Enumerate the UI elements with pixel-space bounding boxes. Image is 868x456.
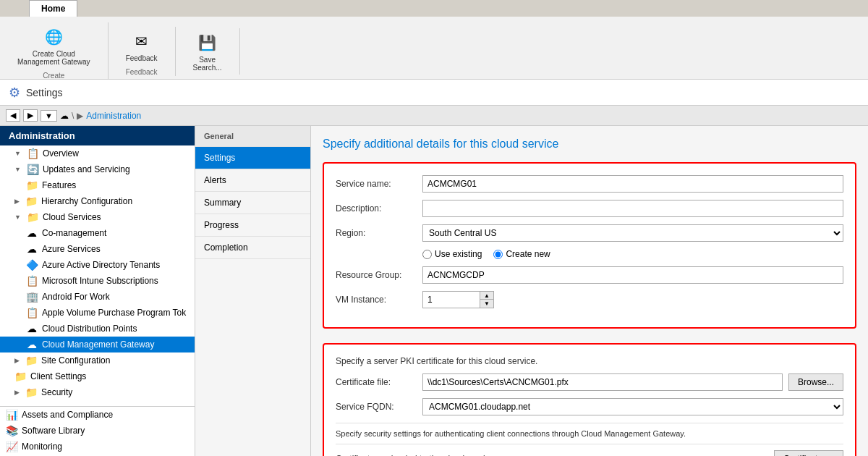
wizard-panel: General Settings Alerts Summary Progress… bbox=[195, 126, 868, 456]
sidebar-item-features[interactable]: 📁 Features bbox=[0, 177, 195, 193]
cloud-services-icon: 📁 bbox=[27, 211, 38, 223]
sidebar-item-azure-ad[interactable]: 🔷 Azure Active Directory Tenants bbox=[0, 257, 195, 273]
sidebar-header: Administration bbox=[0, 126, 195, 145]
save-search-label: SaveSearch... bbox=[193, 56, 222, 72]
create-cloud-mgmt-label: Create CloudManagement Gateway bbox=[17, 50, 90, 66]
sidebar-azure-ad-label: Azure Active Directory Tenants bbox=[42, 260, 160, 270]
wizard-step-settings[interactable]: Settings bbox=[195, 147, 310, 169]
sidebar-item-monitoring[interactable]: 📈 Monitoring bbox=[0, 439, 195, 455]
cloud-dist-icon: ☁ bbox=[26, 323, 38, 334]
cert-file-label: Certificate file: bbox=[336, 377, 422, 387]
software-icon: 📚 bbox=[6, 425, 17, 436]
spinner-up-button[interactable]: ▲ bbox=[480, 292, 493, 300]
sidebar-item-azure-services[interactable]: ☁ Azure Services bbox=[0, 241, 195, 257]
resource-group-options-row: Use existing Create new bbox=[422, 249, 843, 259]
sidebar-updates-label: Updates and Servicing bbox=[43, 164, 130, 174]
expand-updates-icon: ▼ bbox=[14, 166, 21, 173]
sidebar-item-intune[interactable]: 📋 Microsoft Intune Subscriptions bbox=[0, 273, 195, 289]
service-fqdn-select[interactable]: ACMCMG01.cloudapp.net bbox=[422, 398, 843, 415]
vm-instance-label: VM Instance: bbox=[336, 295, 422, 305]
settings-icon: ⚙ bbox=[9, 85, 20, 101]
use-existing-option[interactable]: Use existing bbox=[422, 249, 482, 259]
sidebar-azure-label: Azure Services bbox=[42, 244, 101, 254]
sidebar-item-assets[interactable]: 📊 Assets and Compliance bbox=[0, 407, 195, 423]
site-config-icon: 📁 bbox=[25, 355, 37, 366]
sidebar-client-settings-label: Client Settings bbox=[30, 371, 86, 381]
sidebar-features-label: Features bbox=[42, 180, 76, 190]
hierarchy-icon: 📁 bbox=[25, 195, 37, 207]
sidebar-cloud-gw-label: Cloud Management Gateway bbox=[42, 339, 154, 350]
sidebar-item-updates[interactable]: ▼ 🔄 Updates and Servicing bbox=[0, 161, 195, 177]
use-existing-label: Use existing bbox=[435, 249, 482, 259]
spinner-down-button[interactable]: ▼ bbox=[480, 300, 493, 308]
form-panel-certificate: Specify a server PKI certificate for thi… bbox=[323, 343, 856, 456]
feedback-button[interactable]: ✉ Feedback bbox=[120, 27, 163, 65]
sidebar-item-android[interactable]: 🏢 Android For Work bbox=[0, 289, 195, 305]
create-new-option[interactable]: Create new bbox=[493, 249, 550, 259]
nav-menu-button[interactable]: ▼ bbox=[41, 110, 57, 122]
sidebar-item-security[interactable]: ▶ 📁 Security bbox=[0, 384, 195, 400]
feedback-icon: ✉ bbox=[130, 30, 153, 53]
region-select[interactable]: South Central US East US West US bbox=[422, 224, 843, 242]
sidebar-item-cloud-mgmt-gateway[interactable]: ☁ Cloud Management Gateway bbox=[0, 337, 195, 352]
vm-instance-spinner: ▲ ▼ bbox=[422, 291, 494, 308]
vm-instance-input[interactable] bbox=[422, 291, 480, 308]
wizard-steps: General Settings Alerts Summary Progress… bbox=[195, 126, 311, 456]
main-layout: Administration ▼ 📋 Overview ▼ 🔄 Updates … bbox=[0, 126, 868, 456]
sidebar-item-co-management[interactable]: ☁ Co-management bbox=[0, 225, 195, 241]
nav-back-button[interactable]: ◀ bbox=[6, 109, 20, 122]
sidebar-item-apple[interactable]: 📋 Apple Volume Purchase Program Tok bbox=[0, 305, 195, 321]
resource-group-row: Resource Group: bbox=[336, 266, 843, 284]
service-name-label: Service name: bbox=[336, 179, 422, 189]
azure-ad-icon: 🔷 bbox=[26, 259, 38, 271]
cloud-gw-icon: ☁ bbox=[26, 339, 38, 350]
sidebar-apple-label: Apple Volume Purchase Program Tok bbox=[42, 308, 186, 318]
client-settings-icon: 📁 bbox=[14, 371, 26, 382]
nav-admin-label[interactable]: Administration bbox=[86, 111, 141, 121]
certificates-button[interactable]: Certificates... bbox=[774, 450, 843, 456]
resource-group-input[interactable] bbox=[422, 266, 843, 284]
resource-group-label: Resource Group: bbox=[336, 270, 422, 280]
co-mgmt-icon: ☁ bbox=[26, 227, 38, 239]
spinner-buttons: ▲ ▼ bbox=[480, 291, 494, 308]
nav-cloud-icon: ☁ bbox=[60, 111, 69, 121]
wizard-step-summary[interactable]: Summary bbox=[195, 192, 310, 214]
cert-file-input[interactable] bbox=[422, 373, 783, 391]
browse-button[interactable]: Browse... bbox=[788, 373, 843, 391]
sidebar-monitoring-label: Monitoring bbox=[22, 442, 62, 452]
expand-site-icon: ▶ bbox=[14, 357, 20, 364]
create-new-radio[interactable] bbox=[493, 250, 503, 259]
certs-row: Certificates uploaded to the cloud servi… bbox=[336, 444, 843, 456]
nav-sep1: \ bbox=[72, 111, 74, 121]
sidebar-item-software[interactable]: 📚 Software Library bbox=[0, 423, 195, 439]
create-cloud-mgmt-button[interactable]: 🌐 Create CloudManagement Gateway bbox=[12, 22, 96, 69]
description-input[interactable] bbox=[422, 200, 843, 217]
security-note: Specify security settings for authentica… bbox=[336, 423, 843, 438]
content-area: Specify additional details for this clou… bbox=[311, 126, 868, 456]
overview-icon: 📋 bbox=[27, 148, 38, 159]
android-icon: 🏢 bbox=[26, 291, 38, 303]
create-group-label: Create bbox=[43, 72, 64, 80]
wizard-step-progress[interactable]: Progress bbox=[195, 214, 310, 237]
nav-forward-button[interactable]: ▶ bbox=[23, 109, 38, 122]
expand-security-icon: ▶ bbox=[14, 389, 20, 396]
sidebar-item-hierarchy[interactable]: ▶ 📁 Hierarchy Configuration bbox=[0, 193, 195, 209]
cert-file-row: Certificate file: Browse... bbox=[336, 373, 843, 391]
azure-icon: ☁ bbox=[26, 243, 38, 255]
sidebar-intune-label: Microsoft Intune Subscriptions bbox=[42, 276, 158, 286]
sidebar-item-overview[interactable]: ▼ 📋 Overview bbox=[0, 145, 195, 161]
use-existing-radio[interactable] bbox=[422, 250, 432, 259]
service-name-input[interactable] bbox=[422, 175, 843, 193]
sidebar-item-cloud-dist[interactable]: ☁ Cloud Distribution Points bbox=[0, 321, 195, 337]
tab-home[interactable]: Home bbox=[29, 0, 77, 17]
sidebar-item-cloud-services[interactable]: ▼ 📁 Cloud Services bbox=[0, 209, 195, 225]
sidebar-item-site-config[interactable]: ▶ 📁 Site Configuration bbox=[0, 352, 195, 368]
assets-icon: 📊 bbox=[6, 409, 17, 421]
save-search-button[interactable]: 💾 SaveSearch... bbox=[187, 28, 228, 75]
sidebar-item-client-settings[interactable]: 📁 Client Settings bbox=[0, 368, 195, 384]
wizard-step-alerts[interactable]: Alerts bbox=[195, 169, 310, 192]
expand-cloud-icon: ▼ bbox=[14, 214, 21, 221]
wizard-step-completion[interactable]: Completion bbox=[195, 237, 310, 259]
service-fqdn-row: Service FQDN: ACMCMG01.cloudapp.net bbox=[336, 398, 843, 415]
cert-intro-text: Specify a server PKI certificate for thi… bbox=[336, 356, 843, 366]
